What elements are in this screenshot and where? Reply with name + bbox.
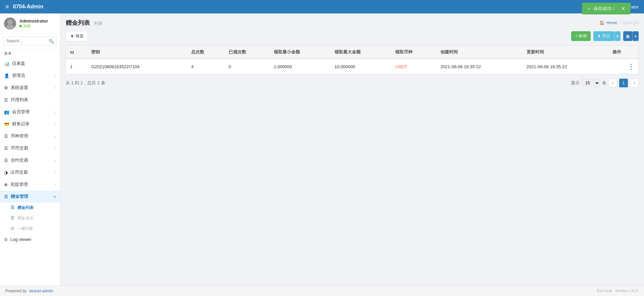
- action-menu-icon[interactable]: ⋮: [628, 63, 634, 70]
- sidebar-label-logviewer: Log viewer: [10, 237, 32, 242]
- sidebar-label-agent: 代理列表: [11, 97, 28, 103]
- table-row: 1 G20210806163522I7104 4 0 1.000000 10.0…: [66, 59, 638, 74]
- sidebar-label-contract: 合约交易: [11, 157, 28, 163]
- export-button[interactable]: ⬆ 导出: [593, 31, 614, 41]
- log-icon: ⊙: [4, 237, 8, 242]
- search-box: 🔍: [0, 34, 60, 48]
- columns-icon: ▦: [626, 34, 630, 39]
- next-page-button[interactable]: ›: [630, 79, 639, 87]
- page-1-button[interactable]: 1: [619, 79, 628, 87]
- columns-dropdown-button[interactable]: ▾: [632, 31, 639, 41]
- toolbar: ▼ 筛选 + 新增 ⬆ 导出 ▾ ▦: [66, 31, 639, 41]
- sidebar-item-fiat[interactable]: ◑ 法币交易 ›: [0, 166, 60, 178]
- gift-list-icon: ☰: [11, 205, 14, 210]
- sidebar-user: Administrator 在线: [0, 13, 60, 34]
- chevron-right-icon-9: ›: [55, 182, 56, 186]
- display-label: 显示: [571, 80, 580, 86]
- sidebar-item-gift[interactable]: ☰ 赠金管理 ∨: [0, 191, 60, 203]
- toast-check-icon: ✓: [587, 6, 591, 11]
- page-size-select[interactable]: 15 30 50 100: [582, 79, 600, 87]
- export-group: ⬆ 导出 ▾: [593, 31, 621, 41]
- toast-close-icon[interactable]: ✕: [621, 5, 625, 12]
- col-actions: 操作: [608, 46, 638, 59]
- layout: Administrator 在线 🔍 菜单 📊 仪表盘 👤: [0, 13, 644, 286]
- new-button[interactable]: + 新增: [571, 31, 591, 41]
- user-info: Administrator 在线: [19, 18, 48, 29]
- sidebar-item-currency[interactable]: ☰ 币种管理 ›: [0, 130, 60, 142]
- col-key: 密钥: [87, 46, 187, 59]
- cell-actions: ⋮: [608, 59, 638, 74]
- user-status: 在线: [19, 24, 48, 29]
- sidebar-item-logviewer[interactable]: ⊙ Log viewer: [0, 234, 60, 245]
- sidebar-label-fiat: 法币交易: [10, 169, 28, 175]
- powered-by-text: Powered by: [5, 289, 26, 293]
- col-currency: 领取币种: [391, 46, 436, 59]
- cell-updated: 2021-08-06 16:35:22: [523, 59, 609, 74]
- chevron-right-icon-8: ›: [55, 170, 56, 174]
- recharge-icon: ⊕: [4, 182, 8, 187]
- sidebar-label-currency: 币种管理: [11, 133, 28, 139]
- chevron-down-icon: ∨: [53, 195, 56, 199]
- cell-currency[interactable]: USDT: [391, 59, 436, 74]
- columns-button[interactable]: ▦: [623, 31, 632, 41]
- sidebar-sub-item-one-key[interactable]: ⊙ 一键归集: [0, 223, 60, 234]
- top-nav: ≡ 0704-Admin ↻ A Administrator: [0, 0, 644, 13]
- sidebar-sub-item-gift-flow[interactable]: ☰ 赠金流水: [0, 213, 60, 223]
- footer-left: Powered by laravel-admin: [5, 289, 53, 293]
- avatar: [4, 17, 16, 30]
- sidebar-label-dashboard: 仪表盘: [12, 60, 25, 67]
- breadcrumb-current: Cash-gift: [623, 20, 639, 25]
- chevron-right-icon-2: ›: [55, 86, 56, 90]
- prev-page-button[interactable]: ‹: [608, 79, 617, 87]
- cell-max: 10.000000: [330, 59, 391, 74]
- svg-point-1: [6, 25, 14, 30]
- col-min: 领取最小金额: [270, 46, 330, 59]
- svg-point-0: [7, 19, 13, 25]
- sidebar-item-system[interactable]: ⚙ 系统设置 ›: [0, 82, 60, 94]
- col-claimed: 已领次数: [225, 46, 270, 59]
- filter-button[interactable]: ▼ 筛选: [66, 31, 88, 41]
- top-nav-left: ≡ 0704-Admin: [5, 3, 43, 10]
- pagination-right: 显示 15 30 50 100 条 ‹ 1 ›: [571, 79, 639, 87]
- chevron-right-icon-7: ›: [55, 158, 56, 162]
- sidebar-item-agent[interactable]: ☰ 代理列表: [0, 94, 60, 106]
- col-id: Id: [66, 46, 87, 59]
- page-subtitle: 列表: [94, 21, 103, 26]
- sidebar-item-admin[interactable]: 👤 管理员 ›: [0, 70, 60, 82]
- user-name: Administrator: [19, 18, 48, 24]
- sidebar-label-trade: 币币交易: [11, 145, 28, 151]
- sidebar-item-recharge[interactable]: ⊕ 充提管理 ›: [0, 178, 60, 191]
- breadcrumb: 🏠 Home › Cash-gift: [599, 20, 639, 25]
- sidebar-item-member[interactable]: 👥 会员管理 ›: [0, 106, 60, 118]
- breadcrumb-home[interactable]: Home: [606, 20, 617, 25]
- sidebar: Administrator 在线 🔍 菜单 📊 仪表盘 👤: [0, 13, 60, 286]
- footer: Powered by laravel-admin Env local Versi…: [0, 286, 644, 296]
- sidebar-item-contract[interactable]: ☰ 合约交易 ›: [0, 154, 60, 166]
- breadcrumb-bar: 赠金列表 列表 🏠 Home › Cash-gift: [66, 19, 639, 27]
- member-icon: 👥: [4, 110, 9, 115]
- export-dropdown-button[interactable]: ▾: [614, 31, 621, 41]
- contract-icon: ☰: [4, 158, 8, 163]
- sidebar-item-dashboard[interactable]: 📊 仪表盘: [0, 57, 60, 70]
- export-icon: ⬆: [597, 34, 601, 39]
- laravel-admin-link[interactable]: laravel-admin: [29, 289, 53, 293]
- table-header: Id 密钥 总次数 已领次数 领取最小金额 领取最大金额 领取币种 创建时间 更…: [66, 46, 638, 59]
- sidebar-label-finance: 财务记录: [12, 121, 30, 127]
- sidebar-item-trade[interactable]: ☰ 币币交易 ›: [0, 142, 60, 154]
- sidebar-item-finance[interactable]: 💳 财务记录 ›: [0, 118, 60, 130]
- finance-icon: 💳: [4, 122, 9, 127]
- search-icon: 🔍: [49, 39, 54, 44]
- hamburger-icon[interactable]: ≡: [5, 3, 9, 10]
- gift-icon: ☰: [4, 194, 8, 199]
- cell-created: 2021-08-06 16:35:22: [436, 59, 523, 74]
- breadcrumb-separator: ›: [619, 20, 621, 25]
- cell-id: 1: [66, 59, 87, 74]
- home-icon: 🏠: [599, 20, 604, 25]
- sidebar-sub-item-gift-list[interactable]: ☰ 赠金列表: [0, 203, 60, 213]
- chevron-right-icon-3: ›: [55, 110, 56, 114]
- app-title: 0704-Admin: [13, 4, 44, 10]
- cell-claimed: 0: [225, 59, 270, 74]
- columns-group: ▦ ▾: [623, 31, 639, 41]
- toast-success: ✓ 保存成功！ ✕: [582, 3, 631, 14]
- col-updated: 更新时间: [523, 46, 609, 59]
